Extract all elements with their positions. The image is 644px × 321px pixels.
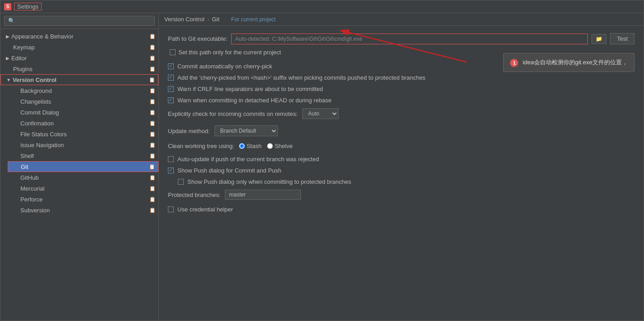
stash-radio[interactable]	[239, 143, 245, 149]
protected-row: Protected branches:	[168, 190, 634, 200]
clean-tree-row: Clean working tree using: Stash Shelve	[168, 143, 634, 149]
sidebar-item-keymap[interactable]: Keymap 📋	[0, 42, 158, 53]
sidebar-item-label: Keymap	[13, 44, 35, 51]
crlf-label: Warn if CRLF line separators are about t…	[177, 86, 323, 92]
cherry-pick-checkbox[interactable]	[168, 63, 174, 69]
stash-radio-label[interactable]: Stash	[239, 143, 262, 149]
credential-label: Use credential helper	[177, 206, 233, 213]
copy-icon: 📋	[149, 196, 156, 202]
sidebar-item-subversion[interactable]: Subversion 📋	[8, 205, 158, 216]
credential-row: Use credential helper	[168, 206, 634, 213]
sidebar-item-background[interactable]: Background 📋	[8, 85, 158, 96]
show-push-only-checkbox[interactable]	[178, 179, 184, 185]
protected-label: Protected branches:	[168, 192, 220, 198]
protected-input[interactable]	[225, 190, 301, 200]
cherry-pick-suffix-checkbox[interactable]	[168, 75, 174, 81]
cherry-pick-suffix-row: Add the 'cherry-picked from <hash>' suff…	[168, 74, 634, 81]
sidebar-item-label: GitHub	[20, 174, 38, 181]
sidebar-item-issue-navigation[interactable]: Issue Navigation 📋	[8, 139, 158, 150]
sidebar-item-file-status-colors[interactable]: File Status Colors 📋	[8, 129, 158, 139]
detached-head-label: Warn when committing in detached HEAD or…	[177, 97, 332, 104]
sidebar-item-commit-dialog[interactable]: Commit Dialog 📋	[8, 107, 158, 118]
sidebar-item-label: Version Control	[13, 77, 57, 83]
copy-icon: 📋	[149, 164, 155, 170]
tooltip-box: 1 idea会自动检测你的git.exe文件的位置，	[503, 53, 634, 72]
detached-head-checkbox[interactable]	[168, 97, 174, 103]
copy-icon: 📋	[149, 77, 155, 83]
radio-group: Stash Shelve	[239, 143, 293, 149]
sidebar-item-appearance[interactable]: ▶ Appearance & Behavior 📋	[0, 31, 158, 42]
app-icon: S	[4, 3, 11, 10]
sidebar-item-changelists[interactable]: Changelists 📋	[8, 96, 158, 107]
sidebar-tree: ▶ Appearance & Behavior 📋 Keymap 📋 ▶ Edi…	[0, 29, 158, 321]
main-content: ▶ Appearance & Behavior 📋 Keymap 📋 ▶ Edi…	[0, 13, 644, 321]
update-method-row: Update method: Branch Default Merge Reba…	[168, 125, 634, 136]
update-method-select[interactable]: Branch Default Merge Rebase	[215, 125, 278, 136]
incoming-commits-row: Explicitly check for incoming commits on…	[168, 108, 634, 119]
show-push-only-label: Show Push dialog only when committing to…	[187, 178, 351, 185]
copy-icon: 📋	[149, 66, 156, 72]
copy-icon: 📋	[149, 34, 156, 39]
auto-update-label: Auto-update if push of the current branc…	[177, 156, 319, 163]
sidebar-item-label: Git	[21, 163, 29, 170]
sidebar-item-plugins[interactable]: Plugins 📋	[0, 63, 158, 74]
window-title: Settings	[14, 3, 42, 10]
for-current-project-link[interactable]: For current project	[231, 16, 276, 23]
copy-icon: 📋	[149, 207, 156, 213]
shelve-label: Shelve	[275, 143, 293, 149]
sidebar-item-label: Confirmation	[20, 120, 54, 127]
auto-update-row: Auto-update if push of the current branc…	[168, 156, 634, 163]
show-push-only-row: Show Push dialog only when committing to…	[178, 178, 634, 185]
sidebar-item-label: Subversion	[20, 207, 50, 214]
sidebar-item-label: Perforce	[20, 196, 43, 203]
sidebar-item-version-control[interactable]: ▼ Version Control 📋	[0, 74, 158, 85]
show-push-checkbox[interactable]	[168, 168, 174, 173]
search-box[interactable]	[0, 13, 158, 29]
stash-label: Stash	[247, 143, 262, 149]
cherry-pick-label: Commit automatically on cherry-pick	[177, 63, 272, 70]
settings-content: Path to Git executable: 📁 Test Set this …	[159, 26, 644, 321]
expand-arrow-icon: ▶	[6, 34, 10, 39]
sidebar-item-label: File Status Colors	[20, 131, 67, 138]
sidebar-item-mercurial[interactable]: Mercurial 📋	[8, 183, 158, 194]
current-project-label: Set this path only for the current proje…	[178, 49, 281, 56]
incoming-commits-select[interactable]: Auto Always Never	[302, 108, 339, 119]
sidebar-item-git[interactable]: Git 📋	[8, 161, 158, 172]
copy-icon: 📋	[149, 88, 156, 94]
copy-icon: 📋	[149, 55, 156, 61]
sidebar-item-label: Editor	[11, 55, 27, 62]
crlf-checkbox[interactable]	[168, 86, 174, 92]
sidebar-item-confirmation[interactable]: Confirmation 📋	[8, 118, 158, 129]
breadcrumb-separator: ›	[207, 16, 209, 23]
tooltip-number: 1	[510, 59, 518, 67]
shelve-radio[interactable]	[267, 143, 273, 149]
sidebar-item-editor[interactable]: ▶ Editor 📋	[0, 53, 158, 63]
expand-arrow-icon: ▼	[6, 77, 11, 82]
detached-head-row: Warn when committing in detached HEAD or…	[168, 97, 634, 104]
cherry-pick-suffix-label: Add the 'cherry-picked from <hash>' suff…	[177, 74, 425, 81]
search-input[interactable]	[4, 16, 155, 26]
sidebar-item-perforce[interactable]: Perforce 📋	[8, 194, 158, 205]
sidebar-item-label: Changelists	[20, 98, 51, 105]
title-bar: S Settings	[0, 0, 644, 13]
sidebar-item-label: Commit Dialog	[20, 109, 59, 116]
show-push-label: Show Push dialog for Commit and Push	[177, 167, 281, 174]
sidebar-item-github[interactable]: GitHub 📋	[8, 172, 158, 183]
copy-icon: 📋	[149, 110, 156, 115]
settings-window: S Settings ▶ Appearance & Behavior 📋 Key…	[0, 0, 644, 321]
copy-icon: 📋	[149, 142, 156, 148]
expand-arrow-icon: ▶	[6, 56, 10, 61]
current-project-checkbox[interactable]	[170, 49, 176, 55]
git-path-input[interactable]	[231, 34, 588, 44]
copy-icon: 📋	[149, 153, 156, 159]
credential-checkbox[interactable]	[168, 206, 174, 212]
show-push-row: Show Push dialog for Commit and Push	[168, 167, 634, 174]
sidebar-item-label: Issue Navigation	[20, 142, 64, 149]
test-button[interactable]: Test	[610, 33, 634, 44]
sidebar-item-shelf[interactable]: Shelf 📋	[8, 150, 158, 161]
auto-update-checkbox[interactable]	[168, 156, 174, 162]
copy-icon: 📋	[149, 120, 156, 126]
path-label: Path to Git executable:	[168, 35, 228, 42]
browse-button[interactable]: 📁	[592, 34, 606, 44]
shelve-radio-label[interactable]: Shelve	[267, 143, 293, 149]
